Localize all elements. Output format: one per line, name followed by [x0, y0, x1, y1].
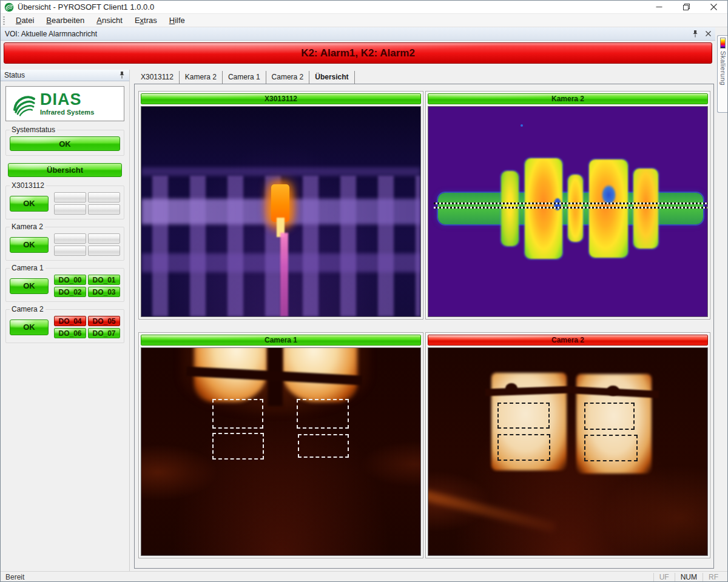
- kamera2-ok-button[interactable]: OK: [10, 237, 49, 253]
- dias-logo: DIAS Infrared Systems: [5, 86, 124, 121]
- output-indicator[interactable]: [88, 192, 120, 202]
- skalierung-label: Skalierung: [720, 51, 727, 85]
- restore-button[interactable]: [673, 1, 700, 14]
- status-sidebar: Status DIAS Infrared Systems: [1, 70, 130, 571]
- roi-rectangle[interactable]: [212, 399, 263, 429]
- tab-uebersicht[interactable]: Übersicht: [309, 71, 354, 84]
- camera-panel-kamera2: Kamera 2: [425, 91, 710, 319]
- menu-extras[interactable]: Extras: [129, 14, 163, 27]
- camera-status-bar: Camera 1: [141, 335, 421, 346]
- output-do01[interactable]: DO_01: [88, 275, 120, 285]
- camera-panel-camera2: Camera 2: [425, 332, 710, 558]
- output-indicator[interactable]: [54, 246, 86, 256]
- camera-panel-x3013112: X3013112: [138, 91, 423, 319]
- shaft-lobe: [568, 175, 583, 242]
- systemstatus-ok-button[interactable]: OK: [10, 136, 120, 151]
- indicator-uf: UF: [653, 573, 675, 582]
- output-do02[interactable]: DO_02: [54, 287, 86, 297]
- group-x3013112: X3013112 OK: [5, 186, 124, 219]
- camera2-ok-button[interactable]: OK: [10, 319, 49, 335]
- tab-kamera2[interactable]: Kamera 2: [180, 71, 223, 84]
- group-label: Camera 2: [10, 305, 46, 313]
- shaft-lobe: [501, 171, 519, 247]
- roi-rectangle[interactable]: [212, 433, 264, 460]
- camera2-outputs: DO_04 DO_05 DO_06 DO_07: [54, 316, 120, 338]
- output-do07[interactable]: DO_07: [88, 328, 120, 338]
- group-label: Camera 1: [10, 264, 46, 272]
- roi-rectangle[interactable]: [584, 435, 638, 461]
- dias-subtitle: Infrared Systems: [40, 109, 94, 116]
- roi-rectangle[interactable]: [297, 399, 349, 429]
- thermal-image-kamera2: [428, 106, 708, 317]
- menu-ansicht[interactable]: Ansicht: [90, 14, 129, 27]
- thermal-rail: [141, 167, 420, 176]
- output-do06[interactable]: DO_06: [54, 328, 86, 338]
- roi-rectangle[interactable]: [584, 403, 635, 430]
- output-indicator[interactable]: [88, 204, 120, 215]
- camera-status-bar: X3013112: [141, 93, 421, 104]
- overview-page: X3013112 Kamera 2: [134, 84, 714, 569]
- menu-datei[interactable]: Datei: [10, 14, 40, 27]
- menu-bearbeiten[interactable]: Bearbeiten: [40, 14, 90, 27]
- overview-button[interactable]: Übersicht: [8, 163, 122, 177]
- indicator-num: NUM: [675, 573, 703, 582]
- pin-icon[interactable]: [690, 29, 701, 39]
- shaft-lobe: [633, 169, 658, 248]
- voi-panel-body: K2: Alarm1, K2: Alarm2: [1, 41, 715, 69]
- output-indicator[interactable]: [54, 192, 86, 202]
- output-do05[interactable]: DO_05: [88, 316, 120, 326]
- sidebar-title: Status: [4, 71, 117, 79]
- output-indicator[interactable]: [88, 233, 120, 244]
- indicator-rf: RF: [703, 573, 724, 582]
- hot-cable: [280, 233, 288, 316]
- pin-icon[interactable]: [117, 70, 127, 80]
- x3013112-ok-button[interactable]: OK: [10, 196, 49, 212]
- colorbar-icon: [720, 38, 726, 48]
- menu-hilfe[interactable]: Hilfe: [163, 14, 191, 27]
- camera-panel-camera1: Camera 1: [138, 332, 423, 558]
- tab-x3013112[interactable]: X3013112: [135, 71, 180, 84]
- view-tabstrip: X3013112 Kamera 2 Camera 1 Camera 2 Über…: [135, 70, 355, 84]
- group-label: Kamera 2: [10, 222, 45, 231]
- roi-rectangle[interactable]: [497, 403, 550, 429]
- close-button[interactable]: [700, 1, 727, 14]
- tab-camera2[interactable]: Camera 2: [266, 71, 310, 84]
- thermal-image-camera1: [141, 347, 421, 556]
- output-do00[interactable]: DO_00: [54, 275, 86, 285]
- x3013112-outputs: [54, 192, 120, 215]
- roi-rectangle[interactable]: [497, 434, 551, 461]
- output-do03[interactable]: DO_03: [88, 287, 120, 297]
- camera1-ok-button[interactable]: OK: [10, 278, 49, 294]
- group-kamera2: Kamera 2 OK: [5, 227, 124, 261]
- roi-rectangle[interactable]: [298, 434, 349, 458]
- status-message: Bereit: [5, 573, 653, 581]
- output-indicator[interactable]: [54, 233, 86, 244]
- tab-skalierung[interactable]: Skalierung: [717, 35, 728, 113]
- voi-panel-header: VOI: Aktuelle Alarmnachricht: [1, 27, 715, 41]
- application-window: Übersicht - PYROSOFT Client1 1.0.0.0 Dat…: [0, 0, 728, 582]
- minimize-button[interactable]: [645, 1, 673, 14]
- measure-line[interactable]: [434, 202, 707, 204]
- shaft-lobe: [589, 159, 628, 258]
- sidebar-header: Status: [1, 70, 129, 81]
- dias-swirl-icon: [10, 90, 38, 118]
- camera-status-bar: Camera 2: [428, 335, 708, 346]
- dias-brand: DIAS: [40, 92, 94, 108]
- window-title: Übersicht - PYROSOFT Client1 1.0.0.0: [18, 2, 154, 12]
- group-systemstatus: Systemstatus OK: [5, 130, 124, 156]
- app-icon: [4, 2, 14, 12]
- output-do04[interactable]: DO_04: [54, 316, 86, 326]
- output-indicator[interactable]: [88, 246, 120, 256]
- close-icon[interactable]: [703, 29, 713, 39]
- menu-bar: Datei Bearbeiten Ansicht Extras Hilfe: [1, 14, 727, 27]
- group-label: X3013112: [10, 181, 46, 190]
- group-camera1: Camera 1 OK DO_00 DO_01 DO_02 DO_03: [5, 268, 124, 302]
- tab-camera1[interactable]: Camera 1: [223, 71, 266, 84]
- floor-streak: [428, 489, 556, 532]
- voi-panel-title: VOI: Aktuelle Alarmnachricht: [5, 30, 690, 38]
- measure-line[interactable]: [434, 207, 707, 209]
- output-indicator[interactable]: [54, 204, 86, 215]
- toolbar-grip[interactable]: [3, 16, 5, 25]
- kamera2-outputs: [54, 233, 120, 256]
- window-handle: [607, 386, 619, 396]
